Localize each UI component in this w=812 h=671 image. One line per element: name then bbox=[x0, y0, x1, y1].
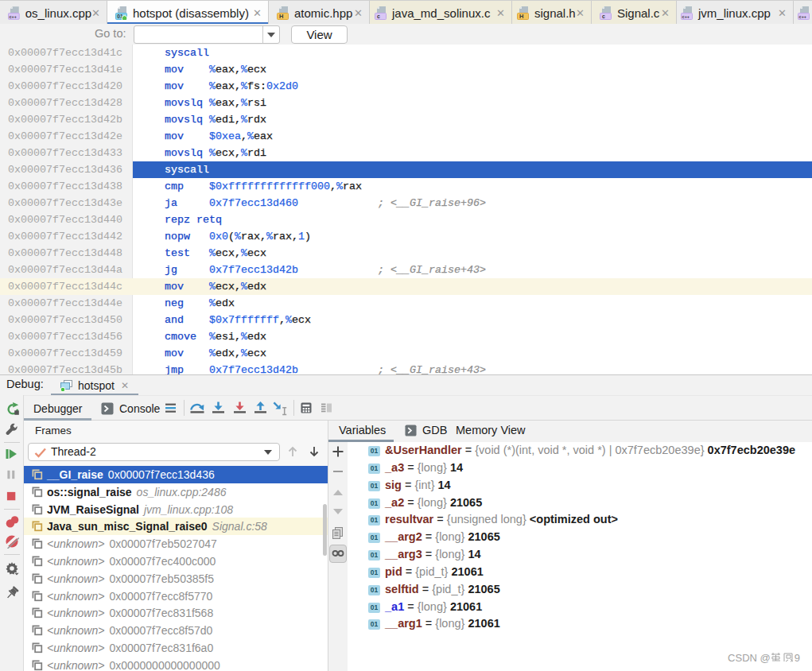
svg-text:c++: c++ bbox=[10, 14, 17, 19]
svg-text:c++: c++ bbox=[682, 14, 690, 19]
svg-text:c++: c++ bbox=[799, 14, 807, 19]
svg-text:H: H bbox=[279, 13, 283, 20]
svg-text:c: c bbox=[377, 14, 380, 19]
svg-text:c: c bbox=[602, 14, 605, 19]
svg-text:H: H bbox=[519, 13, 523, 20]
